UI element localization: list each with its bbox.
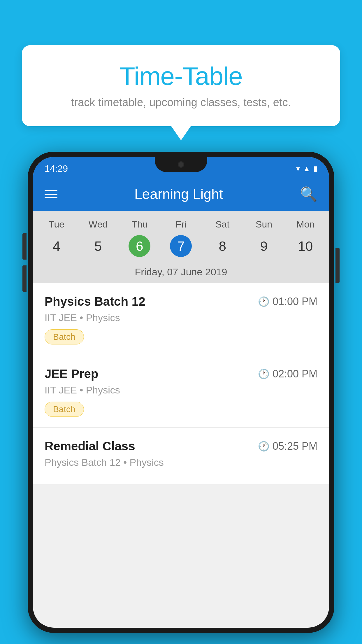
battery-icon: ▮ xyxy=(313,164,317,173)
calendar-header: Tue Wed Thu Fri Sat Sun Mon 4 5 6 7 8 9 … xyxy=(33,211,329,283)
calendar-dates-row: 4 5 6 7 8 9 10 xyxy=(36,235,326,263)
calendar-days-row: Tue Wed Thu Fri Sat Sun Mon xyxy=(36,217,326,235)
phone-mockup: 14:29 ▾ ▲ ▮ Learning Light 🔍 xyxy=(28,152,334,644)
volume-down-button xyxy=(22,265,27,292)
phone-screen: 14:29 ▾ ▲ ▮ Learning Light 🔍 xyxy=(33,157,329,628)
front-camera xyxy=(178,161,184,168)
app-bar-title: Learning Light xyxy=(69,186,288,202)
wifi-icon: ▾ xyxy=(296,164,300,173)
schedule-item-1[interactable]: Physics Batch 12 🕐 01:00 PM IIT JEE • Ph… xyxy=(33,283,329,355)
schedule-item-1-header: Physics Batch 12 🕐 01:00 PM xyxy=(45,295,317,309)
calendar-day-sat: Sat xyxy=(202,217,243,232)
clock-icon-3: 🕐 xyxy=(258,441,270,452)
schedule-item-2-header: JEE Prep 🕐 02:00 PM xyxy=(45,367,317,381)
calendar-day-thu: Thu xyxy=(119,217,160,232)
clock-icon-2: 🕐 xyxy=(258,368,270,379)
signal-icon: ▲ xyxy=(303,164,310,173)
schedule-item-3[interactable]: Remedial Class 🕐 05:25 PM Physics Batch … xyxy=(33,428,329,485)
status-icons: ▾ ▲ ▮ xyxy=(296,164,317,173)
phone-body: 14:29 ▾ ▲ ▮ Learning Light 🔍 xyxy=(28,152,334,633)
calendar-date-6-today[interactable]: 6 xyxy=(129,235,150,257)
schedule-item-3-subtitle: Physics Batch 12 • Physics xyxy=(45,457,317,468)
calendar-day-sun: Sun xyxy=(243,217,284,232)
schedule-item-3-header: Remedial Class 🕐 05:25 PM xyxy=(45,439,317,453)
calendar-date-7-selected[interactable]: 7 xyxy=(170,235,192,257)
schedule-item-1-badge: Batch xyxy=(45,329,84,344)
calendar-day-wed: Wed xyxy=(77,217,119,232)
calendar-date-8[interactable]: 8 xyxy=(202,235,243,257)
clock-icon-1: 🕐 xyxy=(258,296,270,307)
calendar-date-4[interactable]: 4 xyxy=(36,235,77,257)
status-time: 14:29 xyxy=(45,163,68,174)
schedule-item-2[interactable]: JEE Prep 🕐 02:00 PM IIT JEE • Physics Ba… xyxy=(33,355,329,428)
calendar-date-5[interactable]: 5 xyxy=(77,235,119,257)
schedule-list: Physics Batch 12 🕐 01:00 PM IIT JEE • Ph… xyxy=(33,283,329,485)
volume-up-button xyxy=(22,233,27,260)
phone-notch xyxy=(155,157,207,172)
calendar-date-9[interactable]: 9 xyxy=(243,235,284,257)
schedule-item-3-time-container: 🕐 05:25 PM xyxy=(258,440,317,452)
hamburger-menu-button[interactable] xyxy=(45,190,57,198)
schedule-item-1-time-container: 🕐 01:00 PM xyxy=(258,295,317,308)
power-button xyxy=(335,248,340,283)
schedule-item-2-time-container: 🕐 02:00 PM xyxy=(258,368,317,380)
schedule-item-1-subtitle: IIT JEE • Physics xyxy=(45,312,317,323)
schedule-item-1-time: 01:00 PM xyxy=(273,295,317,308)
app-bar: Learning Light 🔍 xyxy=(33,177,329,211)
schedule-item-2-badge: Batch xyxy=(45,402,84,417)
schedule-item-2-title: JEE Prep xyxy=(45,367,98,381)
schedule-item-2-time: 02:00 PM xyxy=(273,368,317,380)
calendar-day-fri: Fri xyxy=(160,217,202,232)
speech-bubble: Time-Table track timetable, upcoming cla… xyxy=(22,45,340,126)
feature-subtitle: track timetable, upcoming classes, tests… xyxy=(39,96,323,109)
calendar-day-mon: Mon xyxy=(285,217,326,232)
schedule-item-2-subtitle: IIT JEE • Physics xyxy=(45,384,317,396)
schedule-item-3-time: 05:25 PM xyxy=(273,440,317,452)
schedule-item-3-title: Remedial Class xyxy=(45,439,135,453)
calendar-day-tue: Tue xyxy=(36,217,77,232)
speech-bubble-card: Time-Table track timetable, upcoming cla… xyxy=(22,45,340,126)
schedule-item-1-title: Physics Batch 12 xyxy=(45,295,145,309)
selected-date-label: Friday, 07 June 2019 xyxy=(36,263,326,283)
calendar-date-10[interactable]: 10 xyxy=(285,235,326,257)
feature-title: Time-Table xyxy=(39,61,323,91)
search-icon[interactable]: 🔍 xyxy=(300,186,317,202)
